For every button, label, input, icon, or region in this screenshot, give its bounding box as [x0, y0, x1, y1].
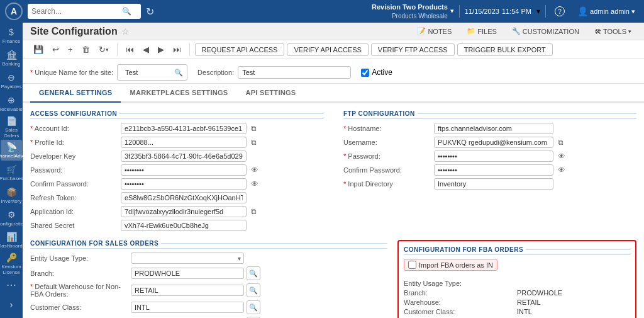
verify-ftp-access-button[interactable]: VERIFY FTP ACCESS: [371, 43, 455, 56]
developer-key-field: Developer Key: [30, 150, 323, 162]
branch-search-button[interactable]: 🔍: [247, 266, 260, 280]
customization-button[interactable]: 🔧 CUSTOMIZATION: [507, 25, 584, 37]
tools-label: TOOLS: [603, 28, 626, 35]
files-label: FILES: [477, 28, 497, 35]
sidebar-item-receivables[interactable]: ⊕ Receivables: [1, 93, 22, 115]
request-api-access-button[interactable]: REQUEST API ACCESS: [195, 43, 285, 56]
fba-entity-usage-label: Entity Usage Type:: [404, 280, 517, 287]
dashboards-icon: 📊: [6, 232, 17, 242]
shared-secret-input[interactable]: [121, 220, 247, 231]
customer-class-search-button[interactable]: 🔍: [247, 300, 260, 314]
fba-warehouse-field: Warehouse: RETAIL: [404, 298, 630, 306]
ftp-username-copy-button[interactable]: ⧉: [556, 137, 565, 147]
password-input[interactable]: [121, 164, 247, 176]
account-id-copy-button[interactable]: ⧉: [249, 123, 258, 133]
save-button[interactable]: 💾: [30, 43, 47, 56]
tools-button[interactable]: 🛠 TOOLS ▾: [589, 26, 636, 37]
account-id-input[interactable]: [121, 123, 247, 134]
ftp-password-label: * Password:: [343, 152, 431, 160]
prev-record-button[interactable]: ◀: [140, 43, 152, 56]
refresh-token-input[interactable]: [121, 192, 247, 203]
customer-class-input[interactable]: [131, 302, 244, 313]
refresh-icon[interactable]: ↻: [146, 6, 154, 18]
profile-id-input[interactable]: [121, 137, 247, 148]
user-menu-button[interactable]: 👤 admin admin ▾: [574, 4, 639, 18]
import-fba-highlight: Import FBA orders as IN: [404, 259, 497, 271]
notes-button[interactable]: 📝 NOTES: [412, 25, 457, 37]
unique-name-input[interactable]: [121, 67, 172, 78]
ftp-password-eye-button[interactable]: 👁: [556, 151, 567, 161]
refresh-record-button[interactable]: ↻ ▾: [96, 43, 112, 56]
sidebar-item-kensium-license[interactable]: 🔑 Kensium License: [1, 253, 22, 275]
first-record-button[interactable]: ⏮: [123, 43, 137, 56]
password-eye-button[interactable]: 👁: [249, 165, 260, 175]
company-subtitle: Products Wholesale: [372, 12, 448, 20]
input-directory-input[interactable]: [434, 178, 553, 190]
trigger-bulk-export-button[interactable]: TRIGGER BULK EXPORT: [457, 43, 553, 56]
application-id-input[interactable]: [121, 206, 247, 217]
branch-input[interactable]: [131, 268, 244, 279]
sidebar-item-finance[interactable]: $ Finance: [1, 25, 22, 47]
confirm-password-input[interactable]: [121, 178, 247, 190]
next-record-button[interactable]: ▶: [155, 43, 167, 56]
sidebar-item-configuration[interactable]: ⚙ Configuration: [1, 207, 22, 229]
app-logo[interactable]: A: [5, 3, 23, 20]
files-button[interactable]: 📁 FILES: [462, 25, 502, 37]
default-warehouse-input[interactable]: [131, 285, 244, 296]
active-checkbox[interactable]: [361, 69, 369, 77]
description-field: Description:: [197, 66, 351, 79]
sidebar-item-inventory[interactable]: 📦 Inventory: [1, 185, 22, 206]
undo-button[interactable]: ↩: [49, 43, 62, 56]
unique-name-search[interactable]: 🔍: [117, 64, 187, 81]
tab-marketplaces-settings[interactable]: MARKETPLACES SETTINGS: [121, 84, 236, 103]
tab-api-settings[interactable]: API SETTINGS: [236, 84, 304, 103]
description-input[interactable]: [238, 66, 351, 79]
developer-key-input[interactable]: [121, 150, 247, 162]
confirm-password-value: 👁: [121, 178, 323, 190]
account-id-label: * Account Id:: [30, 125, 118, 132]
ftp-confirm-password-input[interactable]: [434, 164, 553, 176]
ftp-confirm-password-eye-button[interactable]: 👁: [556, 165, 567, 175]
ftp-password-input[interactable]: [434, 150, 553, 162]
delete-button[interactable]: 🗑: [79, 43, 93, 56]
company-dropdown-icon[interactable]: ▾: [450, 7, 454, 15]
import-fba-checkbox[interactable]: [408, 261, 416, 269]
ftp-username-input[interactable]: [434, 137, 553, 148]
default-warehouse-search-button[interactable]: 🔍: [247, 283, 260, 297]
search-icon: 🔍: [122, 7, 131, 16]
fba-customer-class-label: Customer Class:: [404, 308, 517, 315]
sidebar-item-banking[interactable]: 🏦 Banking: [1, 48, 22, 69]
fba-entity-usage-field: Entity Usage Type:: [404, 280, 630, 287]
sidebar-item-payables[interactable]: ⊖ Payables: [1, 71, 22, 92]
hostname-input[interactable]: [434, 123, 553, 134]
last-record-button[interactable]: ⏭: [170, 43, 184, 56]
sidebar-item-purchases[interactable]: 🛒 Purchases: [1, 162, 22, 183]
application-id-copy-button[interactable]: ⧉: [249, 207, 258, 217]
sidebar-item-expand[interactable]: ›: [1, 294, 22, 315]
verify-api-access-button[interactable]: VERIFY API ACCESS: [287, 43, 368, 56]
sidebar-item-dashboards[interactable]: 📊 Dashboards: [1, 230, 22, 251]
unique-name-search-icon: 🔍: [174, 69, 183, 77]
entity-usage-type-select[interactable]: [131, 253, 244, 264]
search-container[interactable]: 🔍: [28, 4, 141, 19]
search-input[interactable]: [31, 7, 119, 16]
page-title-row: Site Configuration ☆: [30, 26, 130, 37]
company-name: Revision Two Products: [372, 3, 448, 11]
sidebar-item-channeladv[interactable]: 📡 ChannelAdv...: [1, 140, 22, 161]
add-button[interactable]: +: [65, 43, 76, 56]
confirm-password-eye-button[interactable]: 👁: [249, 179, 260, 189]
help-button[interactable]: ?: [551, 4, 569, 18]
entity-usage-type-select-wrapper: [131, 253, 244, 264]
sidebar-item-more[interactable]: ⋯: [1, 276, 22, 293]
user-label: admin admin: [590, 8, 630, 15]
sidebar-item-sales-orders[interactable]: 📄 Sales Orders: [1, 116, 22, 139]
sidebar-label-kensium: Kensium License: [1, 264, 22, 275]
profile-id-copy-button[interactable]: ⧉: [249, 137, 258, 147]
active-field: Active: [361, 68, 392, 77]
datetime-dropdown-icon[interactable]: ▾: [536, 7, 540, 16]
sidebar-label-inventory: Inventory: [1, 198, 22, 204]
access-config-header: ACCESS CONFIGURATION: [30, 110, 323, 119]
tab-general-settings[interactable]: GENERAL SETTINGS: [30, 84, 121, 103]
password-value: 👁: [121, 164, 323, 176]
favorite-icon[interactable]: ☆: [121, 26, 130, 37]
